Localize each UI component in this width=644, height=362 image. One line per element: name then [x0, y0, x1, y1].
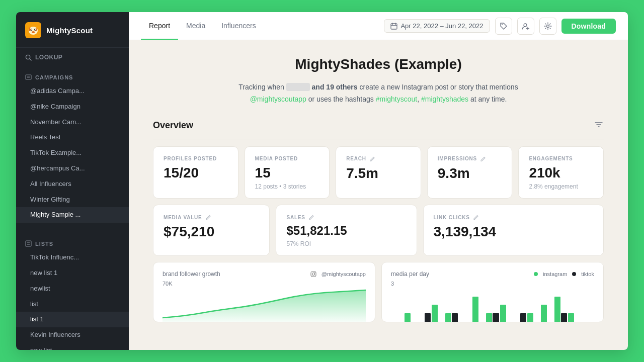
- overview-title: Overview: [153, 120, 193, 131]
- brand-follower-title: brand follower growth: [163, 270, 220, 278]
- reach-label: REACH: [346, 156, 411, 162]
- tab-report[interactable]: Report: [141, 13, 178, 40]
- media-posted-value: 15: [255, 165, 319, 181]
- filter-icon[interactable]: [594, 120, 604, 132]
- logo-icon: [25, 22, 41, 38]
- tiktok-bar: [452, 313, 458, 322]
- media-per-day-chart: media per day instagram tiktok 3: [381, 262, 604, 322]
- media-value-label: MEDIA VALUE: [164, 214, 259, 220]
- media-bar-group: [486, 313, 499, 322]
- lists-list: TikTok Influenc...new list 1newlistlistl…: [16, 250, 129, 350]
- settings-button[interactable]: [539, 18, 556, 35]
- sales-label: SALES: [286, 214, 406, 220]
- stats-row-1: PROFILES POSTED 15/20 MEDIA POSTED 15 12…: [153, 146, 604, 199]
- media-posted-sub: 12 posts • 3 stories: [255, 183, 319, 190]
- media-per-day-value: 3: [391, 281, 594, 287]
- main-content: Report Media Influencers Apr: [129, 12, 628, 350]
- sidebar-item-campaign-5[interactable]: @hercampus Ca...: [16, 161, 129, 176]
- mightyscout-link[interactable]: @mightyscoutapp: [250, 95, 306, 103]
- report-subtitle: Tracking when and 19 others create a new…: [153, 81, 604, 106]
- campaigns-header[interactable]: CAMPAIGNS: [16, 72, 129, 83]
- app-name: MightyScout: [46, 26, 93, 35]
- media-bar-group: [554, 297, 567, 322]
- lookup-label: LOOKUP: [35, 54, 62, 61]
- sidebar-item-campaign-3[interactable]: Reels Test: [16, 130, 129, 145]
- svg-rect-31: [311, 272, 316, 277]
- sidebar-logo[interactable]: MightyScout: [16, 12, 129, 48]
- tag-icon: [500, 22, 508, 30]
- brand-follower-area: [163, 288, 366, 322]
- gear-icon: [544, 22, 552, 30]
- tag-button[interactable]: [495, 18, 512, 35]
- add-user-button[interactable]: [517, 18, 534, 35]
- instagram-bar: [568, 313, 574, 322]
- charts-row: brand follower growth @mightyscoutapp 70…: [153, 262, 604, 322]
- edit-icon-mv[interactable]: [205, 214, 211, 220]
- instagram-bar: [405, 313, 411, 322]
- svg-point-32: [312, 273, 314, 275]
- sidebar-item-list-0[interactable]: TikTok Influenc...: [16, 250, 129, 265]
- engagements-sub: 2.8% engagement: [529, 183, 593, 190]
- brand-follower-chart: brand follower growth @mightyscoutapp 70…: [153, 262, 375, 322]
- svg-line-10: [30, 58, 31, 60]
- engagements-label: ENGAGEMENTS: [529, 156, 593, 161]
- sidebar-item-list-3[interactable]: list: [16, 297, 129, 312]
- sidebar-item-list-4[interactable]: list 1: [16, 312, 129, 327]
- edit-icon-lc[interactable]: [473, 214, 479, 220]
- edit-icon[interactable]: [369, 156, 375, 162]
- date-range[interactable]: Apr 22, 2022 – Jun 22, 2022: [384, 19, 490, 33]
- tiktok-bar: [520, 313, 526, 322]
- media-bar-group: [527, 313, 540, 322]
- instagram-bar: [472, 297, 478, 322]
- instagram-bar: [527, 313, 533, 322]
- svg-point-23: [502, 24, 503, 25]
- hashtag2: #mightyshades: [421, 95, 468, 103]
- engagements-value: 210k: [529, 165, 593, 181]
- stat-media-value: MEDIA VALUE $75,210: [153, 205, 270, 255]
- stats-row-2: MEDIA VALUE $75,210 SALES $51,821.1: [153, 205, 604, 255]
- sales-sub: 57% ROI: [286, 240, 406, 247]
- stat-reach: REACH 7.5m: [336, 146, 421, 199]
- tab-media[interactable]: Media: [178, 13, 213, 40]
- sidebar-campaigns-section: CAMPAIGNS @adidas Campa...@nike Campaign…: [16, 65, 129, 225]
- instagram-legend-label: instagram: [543, 271, 567, 277]
- link-clicks-label: LINK CLICKS: [434, 214, 593, 220]
- sidebar-item-campaign-7[interactable]: Winter Gifting: [16, 192, 129, 208]
- download-button[interactable]: Download: [561, 19, 616, 34]
- media-posted-label: MEDIA POSTED: [255, 156, 319, 161]
- sidebar-item-campaign-8[interactable]: Mighty Sample ...: [16, 207, 129, 223]
- instagram-bar: [432, 305, 438, 321]
- sidebar-item-campaign-1[interactable]: @nike Campaign: [16, 99, 129, 115]
- media-value-value: $75,210: [164, 224, 259, 240]
- lists-header[interactable]: LISTS: [16, 238, 129, 250]
- sidebar-lookup[interactable]: LOOKUP: [16, 48, 129, 65]
- edit-icon-impressions[interactable]: [480, 156, 486, 162]
- sidebar-item-list-2[interactable]: newlist: [16, 281, 129, 297]
- impressions-label: IMPRESSIONS: [438, 156, 502, 162]
- brand-follower-legend-text: @mightyscoutapp: [321, 271, 366, 277]
- instagram-bar: [500, 305, 506, 321]
- search-icon: [25, 54, 32, 61]
- sidebar-item-list-5[interactable]: Kevin Influencers: [16, 327, 129, 343]
- tab-influencers[interactable]: Influencers: [213, 13, 264, 40]
- lists-label: LISTS: [35, 241, 53, 247]
- sidebar-item-campaign-6[interactable]: All Influencers: [16, 176, 129, 192]
- tiktok-legend-dot: [572, 272, 576, 276]
- impressions-value: 9.3m: [438, 166, 502, 182]
- media-bar-group: [405, 313, 417, 322]
- media-bar-group: [500, 305, 513, 321]
- sidebar-item-campaign-4[interactable]: TikTok Example...: [16, 145, 129, 161]
- media-bar-group: [568, 313, 581, 322]
- brand-follower-header: brand follower growth @mightyscoutapp: [163, 270, 366, 278]
- sidebar-item-list-6[interactable]: new list: [16, 343, 129, 350]
- edit-icon-sales[interactable]: [308, 214, 314, 220]
- media-bar-group: [472, 297, 485, 322]
- sidebar-item-campaign-0[interactable]: @adidas Campa...: [16, 83, 129, 99]
- sidebar-item-list-1[interactable]: new list 1: [16, 265, 129, 281]
- sidebar-item-campaign-2[interactable]: November Cam...: [16, 115, 129, 130]
- tiktok-legend-label: tiktok: [581, 271, 594, 277]
- instagram-legend-dot: [534, 272, 538, 276]
- stat-impressions: IMPRESSIONS 9.3m: [427, 146, 513, 199]
- lists-icon: [25, 240, 32, 247]
- topbar-tabs: Report Media Influencers: [141, 12, 264, 40]
